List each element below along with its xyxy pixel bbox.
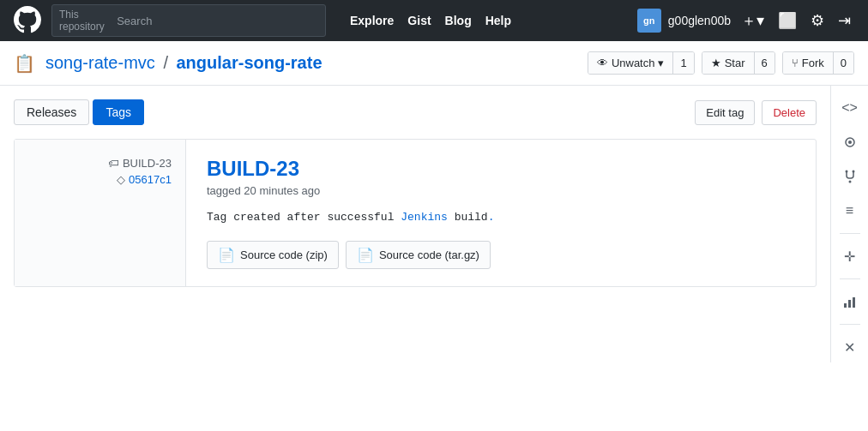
repo-owner-link[interactable]: song-rate-mvc [45, 53, 155, 72]
repo-book-icon: 📋 [14, 53, 35, 74]
pin-icon[interactable]: ✛ [835, 241, 865, 272]
release-description: Tag created after successful Jenkins bui… [207, 211, 795, 224]
release-row: 🏷 BUILD-23 ◇ 05617c1 BUILD-23 tagged 20 … [14, 139, 817, 287]
fork-button[interactable]: ⑂ Fork [783, 52, 834, 74]
download-zip-label: Source code (zip) [240, 248, 328, 261]
settings-icon-btn[interactable]: ⚙ [807, 9, 828, 32]
delete-button[interactable]: Delete [762, 100, 817, 125]
period: . [488, 211, 495, 224]
tag-name: BUILD-23 [123, 157, 172, 170]
unwatch-button[interactable]: 👁 Unwatch ▾ [588, 52, 674, 74]
blog-link[interactable]: Blog [445, 14, 472, 27]
edit-tag-button[interactable]: Edit tag [695, 100, 755, 125]
svg-point-3 [852, 171, 854, 173]
tag-label: 🏷 BUILD-23 [28, 157, 172, 170]
svg-rect-6 [848, 300, 851, 308]
unwatch-group: 👁 Unwatch ▾ 1 [588, 51, 695, 75]
username[interactable]: g00glen00b [668, 14, 731, 27]
fork-group: ⑂ Fork 0 [782, 51, 854, 75]
commit-label: ◇ 05617c1 [28, 173, 172, 186]
zip-icon: 📄 [218, 247, 235, 263]
commit-hash-link[interactable]: 05617c1 [129, 173, 172, 186]
commit-icon: ◇ [117, 173, 125, 186]
eye-icon: 👁 [597, 57, 608, 69]
tabs-left: Releases Tags [14, 99, 144, 125]
release-meta: tagged 20 minutes ago [207, 184, 795, 197]
fork-label: Fork [802, 57, 824, 69]
release-sidebar: 🏷 BUILD-23 ◇ 05617c1 [15, 140, 186, 286]
code-icon[interactable]: <> [835, 93, 865, 123]
repo-title: song-rate-mvc / angular-song-rate [45, 53, 322, 73]
avatar[interactable]: gn [637, 9, 661, 33]
release-title[interactable]: BUILD-23 [207, 157, 795, 181]
divider-2 [840, 278, 860, 279]
tags-tab[interactable]: Tags [93, 99, 144, 125]
signout-icon-btn[interactable]: ⇥ [835, 9, 854, 32]
fork-count[interactable]: 0 [834, 52, 853, 74]
chart-icon[interactable] [835, 286, 865, 317]
star-count[interactable]: 6 [755, 52, 775, 74]
tools-icon[interactable]: ✕ [835, 332, 865, 362]
repo-actions: 👁 Unwatch ▾ 1 ★ Star 6 ⑂ Fork 0 [588, 51, 854, 75]
branch-icon[interactable] [835, 161, 865, 192]
download-buttons: 📄 Source code (zip) 📄 Source code (tar.g… [207, 241, 795, 269]
nav-right: gn g00glen00b ＋▾ ⬜ ⚙ ⇥ [637, 9, 854, 33]
search-input[interactable] [117, 15, 318, 27]
content-wrapper: Releases Tags Edit tag Delete 🏷 BUILD-23… [0, 86, 868, 362]
jenkins-link[interactable]: Jenkins [401, 211, 448, 224]
repo-header: 📋 song-rate-mvc / angular-song-rate 👁 Un… [0, 41, 868, 86]
svg-point-1 [848, 141, 852, 144]
unwatch-label: Unwatch [612, 57, 655, 69]
plus-icon-btn[interactable]: ＋▾ [738, 9, 768, 33]
releases-tab[interactable]: Releases [14, 99, 89, 125]
book-icon[interactable]: ≡ [835, 195, 865, 226]
side-toolbar: <> ≡ ✛ ✕ [830, 86, 868, 362]
repo-name-link[interactable]: angular-song-rate [177, 53, 322, 72]
help-link[interactable]: Help [485, 14, 511, 27]
release-body: BUILD-23 tagged 20 minutes ago Tag creat… [186, 140, 816, 286]
download-targz-button[interactable]: 📄 Source code (tar.gz) [346, 241, 491, 269]
star-label: Star [725, 57, 745, 69]
gist-link[interactable]: Gist [407, 14, 431, 27]
explore-link[interactable]: Explore [350, 14, 394, 27]
main-content: Releases Tags Edit tag Delete 🏷 BUILD-23… [0, 86, 830, 362]
svg-point-4 [848, 181, 851, 183]
star-icon: ★ [711, 57, 721, 69]
unwatch-count[interactable]: 1 [673, 52, 693, 74]
nav-links: Explore Gist Blog Help [350, 14, 511, 27]
tabs-right: Edit tag Delete [695, 100, 817, 125]
download-zip-button[interactable]: 📄 Source code (zip) [207, 241, 339, 269]
history-icon[interactable] [835, 127, 865, 158]
divider-3 [840, 324, 860, 325]
targz-icon: 📄 [357, 247, 374, 263]
tag-icon: 🏷 [108, 157, 119, 170]
divider-1 [840, 233, 860, 234]
download-targz-label: Source code (tar.gz) [379, 248, 479, 261]
github-logo[interactable] [14, 6, 41, 36]
star-button[interactable]: ★ Star [702, 52, 755, 74]
top-navigation: This repository Explore Gist Blog Help g… [0, 0, 868, 41]
desktop-icon-btn[interactable]: ⬜ [775, 9, 800, 32]
repo-search-bar[interactable]: This repository [51, 4, 326, 37]
search-repo-prefix: This repository [59, 9, 112, 33]
svg-point-2 [845, 171, 847, 173]
tabs-bar: Releases Tags Edit tag Delete [14, 99, 817, 125]
fork-icon: ⑂ [792, 57, 799, 69]
title-separator: / [163, 53, 168, 72]
star-group: ★ Star 6 [702, 51, 775, 75]
svg-rect-5 [844, 303, 847, 308]
svg-rect-7 [853, 297, 855, 308]
dropdown-icon: ▾ [658, 57, 664, 69]
